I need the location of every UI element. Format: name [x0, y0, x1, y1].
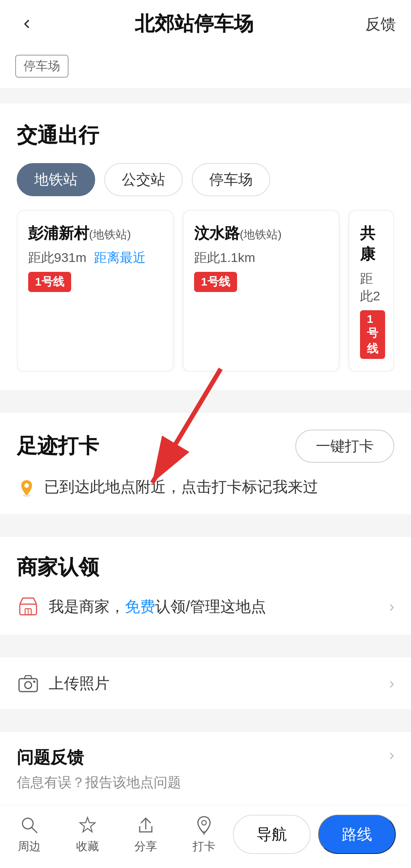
upload-text: 上传照片: [49, 673, 110, 694]
station-name-2: 汶水路(地铁站): [194, 223, 328, 244]
nav-nearby-label: 周边: [18, 839, 41, 854]
station-name-3: 共康: [360, 223, 383, 265]
svg-marker-13: [80, 817, 95, 832]
feedback-section[interactable]: 问题反馈 信息有误？报告该地点问题 ›: [0, 732, 411, 806]
svg-point-7: [25, 682, 32, 689]
tab-bus[interactable]: 公交站: [104, 163, 183, 196]
feedback-subtitle: 信息有误？报告该地点问题: [17, 773, 181, 792]
station-distance-1: 距此931m 距离最近: [28, 249, 162, 267]
nav-item-share[interactable]: 分享: [119, 814, 172, 854]
station-card-2[interactable]: 汶水路(地铁站) 距此1.1km 1号线: [183, 210, 339, 372]
nav-collect-label: 收藏: [76, 839, 99, 854]
bottom-nav: 周边 收藏 分享: [0, 805, 411, 868]
footprint-description: 已到达此地点附近，点击打卡标记我来过: [17, 476, 394, 497]
camera-icon: [17, 672, 40, 695]
merchant-title: 商家认领: [17, 554, 394, 581]
svg-point-2: [24, 483, 29, 488]
merchant-row-text: 我是商家，免费认领/管理这地点: [49, 596, 266, 617]
tab-parking[interactable]: 停车场: [192, 163, 270, 196]
svg-line-12: [32, 827, 37, 833]
line-badge-1: 1号线: [28, 272, 71, 292]
upload-photo-row[interactable]: 上传照片 ›: [17, 672, 394, 695]
feedback-chevron-icon: ›: [389, 746, 394, 763]
search-circle-icon: [19, 814, 40, 836]
route-button[interactable]: 路线: [318, 815, 396, 854]
nav-item-collect[interactable]: 收藏: [61, 814, 114, 854]
nav-item-checkin[interactable]: 打卡: [177, 814, 231, 854]
feedback-title: 问题反馈: [17, 746, 181, 769]
nav-share-label: 分享: [134, 839, 157, 854]
nav-item-nearby[interactable]: 周边: [3, 814, 56, 854]
svg-rect-6: [19, 679, 37, 692]
merchant-chevron-icon: ›: [389, 598, 394, 615]
transport-section: 交通出行 地铁站 公交站 停车场 彭浦新村(地铁站) 距此931m 距离最近 1…: [0, 103, 411, 390]
header: 北郊站停车场 反馈: [0, 0, 411, 48]
merchant-claim-row[interactable]: 我是商家，免费认领/管理这地点 ›: [17, 595, 394, 618]
location-pin-icon: [17, 477, 37, 497]
feedback-button[interactable]: 反馈: [350, 14, 396, 35]
place-tag: 停车场: [15, 55, 68, 78]
tag-row: 停车场: [0, 48, 411, 88]
svg-point-14: [202, 820, 206, 825]
station-list: 彭浦新村(地铁站) 距此931m 距离最近 1号线 汶水路(地铁站) 距此1.1…: [17, 210, 394, 372]
merchant-section: 商家认领 我是商家，免费认领/管理这地点 ›: [0, 537, 411, 635]
checkin-icon: [193, 814, 215, 836]
navigate-button[interactable]: 导航: [233, 815, 311, 854]
share-icon: [135, 814, 156, 836]
page-title: 北郊站停车场: [38, 11, 350, 37]
upload-section: 上传照片 ›: [0, 657, 411, 709]
upload-chevron-icon: ›: [389, 675, 394, 692]
station-name-1: 彭浦新村(地铁站): [28, 223, 162, 244]
nav-checkin-label: 打卡: [193, 839, 215, 854]
line-badge-2: 1号线: [194, 272, 237, 292]
line-badge-3: 1号线: [360, 310, 385, 359]
footprint-title: 足迹打卡: [17, 432, 99, 460]
back-button[interactable]: [15, 13, 38, 35]
transport-tabs: 地铁站 公交站 停车场: [17, 163, 394, 196]
merchant-icon: [17, 595, 40, 618]
station-card-1[interactable]: 彭浦新村(地铁站) 距此931m 距离最近 1号线: [17, 210, 174, 372]
transport-title: 交通出行: [17, 122, 394, 149]
station-card-3[interactable]: 共康 距此2 1号线: [349, 210, 394, 372]
feedback-row: 问题反馈 信息有误？报告该地点问题 ›: [17, 746, 394, 792]
checkin-button[interactable]: 一键打卡: [295, 430, 394, 463]
footprint-header: 足迹打卡 一键打卡: [17, 430, 394, 463]
station-distance-2: 距此1.1km: [194, 249, 328, 267]
station-distance-3: 距此2: [360, 270, 383, 305]
star-icon: [77, 814, 98, 836]
nav-items: 周边 收藏 分享: [0, 814, 233, 854]
tab-subway[interactable]: 地铁站: [17, 163, 95, 196]
svg-point-8: [33, 681, 35, 683]
footprint-section: 足迹打卡 一键打卡 已到达此地点附近，点击打卡标记我来过: [0, 413, 411, 514]
nav-actions: 导航 路线: [233, 815, 411, 854]
